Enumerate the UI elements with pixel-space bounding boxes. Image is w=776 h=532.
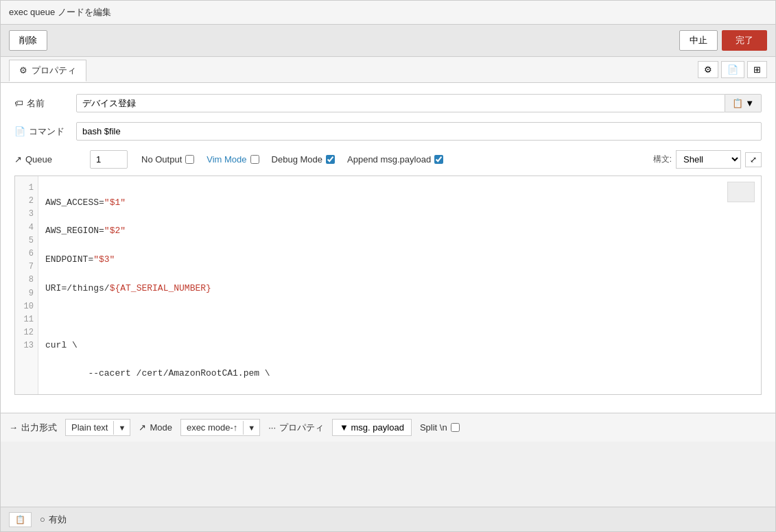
split-label: Split \n <box>420 422 460 433</box>
output-icon: → <box>9 422 18 433</box>
props-label: ··· プロパティ <box>268 422 324 434</box>
msg-payload-label: ▼ msg. payload <box>340 422 404 433</box>
cancel-button[interactable]: 中止 <box>679 30 718 51</box>
active-indicator: ○ <box>40 514 45 524</box>
code-inner: 1 2 3 4 5 6 7 8 9 10 11 12 13 AWS_ACCESS… <box>15 176 761 394</box>
debug-mode-option: Debug Mode <box>272 154 335 165</box>
name-row: 🏷 名前 📋 ▼ <box>14 94 762 112</box>
vim-mode-option: Vim Mode <box>207 154 259 165</box>
minimap <box>727 182 755 202</box>
toolbar: 削除 中止 完了 <box>1 25 775 57</box>
page-title: exec queue ノードを編集 <box>9 7 111 17</box>
tab-properties[interactable]: ⚙ プロパティ <box>9 60 86 82</box>
queue-icon: ↗ <box>14 154 22 165</box>
active-label: 有効 <box>49 513 67 526</box>
msg-payload-button[interactable]: ▼ msg. payload <box>332 419 412 436</box>
vim-mode-checkbox[interactable] <box>250 155 259 164</box>
output-format-value: Plain text <box>66 420 113 435</box>
command-input[interactable] <box>76 122 762 141</box>
tab-icon-doc[interactable]: 📄 <box>721 61 744 78</box>
tag-icon: 🏷 <box>14 98 23 108</box>
delete-button[interactable]: 削除 <box>9 30 47 51</box>
name-dropdown-button[interactable]: 📋 ▼ <box>725 94 762 112</box>
tab-icon-settings[interactable]: ⚙ <box>698 61 718 78</box>
template-select[interactable]: Shell Plain text JavaScript Python <box>676 150 741 169</box>
done-button[interactable]: 完了 <box>722 30 767 51</box>
split-checkbox[interactable] <box>451 423 460 432</box>
mode-arrow[interactable]: ▼ <box>243 421 259 435</box>
expand-editor-button[interactable]: ⤢ <box>745 152 762 167</box>
mode-label: ↗ Mode <box>139 422 172 433</box>
name-label: 🏷 名前 <box>14 97 76 110</box>
name-input-group: 📋 ▼ <box>76 94 762 112</box>
tab-properties-label: プロパティ <box>32 64 76 77</box>
output-format-arrow[interactable]: ▼ <box>113 421 130 435</box>
shell-select-group: 構文: Shell Plain text JavaScript Python ⤢ <box>653 150 762 169</box>
status-bar: 📋 ○ 有効 <box>1 507 775 531</box>
name-input[interactable] <box>76 94 725 112</box>
cmd-icon: 📄 <box>14 126 25 136</box>
queue-options: No Output Vim Mode Debug Mode Append msg… <box>141 150 762 169</box>
no-output-option: No Output <box>141 154 194 165</box>
main-content: 🏷 名前 📋 ▼ 📄 コマンド ↗ Queue <box>1 83 775 413</box>
queue-label: ↗ Queue <box>14 154 76 165</box>
code-line-5 <box>45 310 754 324</box>
status-icon-button[interactable]: 📋 <box>9 512 32 527</box>
output-format-dropdown[interactable]: Plain text ▼ <box>65 419 130 436</box>
no-output-checkbox[interactable] <box>185 155 194 164</box>
no-output-label: No Output <box>141 154 182 165</box>
toolbar-right: 中止 完了 <box>679 30 767 51</box>
output-format-label: → 出力形式 <box>9 422 57 434</box>
command-label: 📄 コマンド <box>14 125 76 138</box>
queue-input[interactable] <box>90 150 128 169</box>
append-msg-option: Append msg.payload <box>347 154 443 165</box>
props-icon: ··· <box>268 422 276 433</box>
vim-mode-label: Vim Mode <box>207 154 246 165</box>
queue-row: ↗ Queue No Output Vim Mode Debug Mode <box>14 150 762 169</box>
code-line-6: curl \ <box>45 339 754 353</box>
status-active: ○ 有効 <box>40 513 67 526</box>
code-line-4: URI=/things/${AT_SERIAL_NUMBER} <box>45 282 754 296</box>
code-line-3: ENDPOINT="$3" <box>45 253 754 267</box>
append-msg-label: Append msg.payload <box>347 154 431 165</box>
command-row: 📄 コマンド <box>14 122 762 141</box>
mode-dropdown[interactable]: exec mode-↑ ▼ <box>180 419 260 436</box>
code-line-2: AWS_REGION="$2" <box>45 224 754 239</box>
debug-mode-checkbox[interactable] <box>326 155 335 164</box>
split-text: Split \n <box>420 422 447 433</box>
code-content[interactable]: AWS_ACCESS="$1" AWS_REGION="$2" ENDPOINT… <box>38 176 761 394</box>
bottom-bar: → 出力形式 Plain text ▼ ↗ Mode exec mode-↑ ▼… <box>1 413 775 442</box>
title-bar: exec queue ノードを編集 <box>1 1 775 25</box>
tab-icon-group: ⚙ 📄 ⊞ <box>698 61 767 78</box>
debug-mode-label: Debug Mode <box>272 154 322 165</box>
code-line-7: --cacert /cert/AmazonRootCA1.pem \ <box>45 367 754 381</box>
code-line-1: AWS_ACCESS="$1" <box>45 196 754 210</box>
tab-icon-layout[interactable]: ⊞ <box>747 61 767 78</box>
line-numbers: 1 2 3 4 5 6 7 8 9 10 11 12 13 <box>15 176 38 394</box>
template-label: 構文: <box>653 154 672 165</box>
tabs-row: ⚙ プロパティ ⚙ 📄 ⊞ <box>1 57 775 83</box>
append-msg-checkbox[interactable] <box>434 155 443 164</box>
mode-value: exec mode-↑ <box>181 420 243 435</box>
gear-icon: ⚙ <box>19 65 27 75</box>
code-editor[interactable]: 1 2 3 4 5 6 7 8 9 10 11 12 13 AWS_ACCESS… <box>14 176 762 395</box>
mode-icon: ↗ <box>139 422 146 433</box>
